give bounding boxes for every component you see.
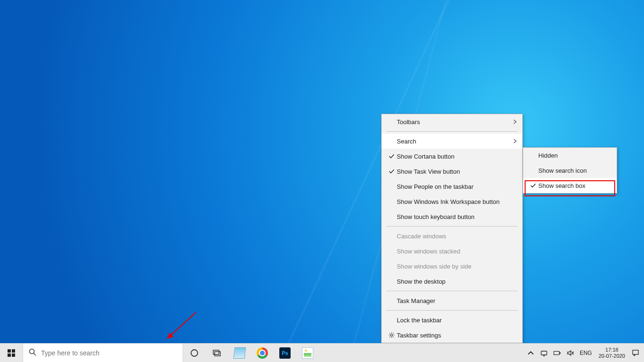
chevron-right-icon xyxy=(513,118,518,126)
menu-windows-stacked: Show windows stacked xyxy=(382,244,522,259)
menu-side-by-side-label: Show windows side by side xyxy=(397,263,518,270)
menu-task-manager[interactable]: Task Manager xyxy=(382,293,522,308)
menu-separator xyxy=(386,291,518,291)
tray-network-button[interactable] xyxy=(537,344,551,362)
menu-lock-taskbar[interactable]: Lock the taskbar xyxy=(382,312,522,328)
taskbar-app-photos[interactable] xyxy=(296,344,319,362)
search-icon xyxy=(29,348,36,358)
svg-point-5 xyxy=(30,349,34,354)
cortana-button[interactable] xyxy=(183,344,206,362)
task-view-button[interactable] xyxy=(206,344,228,362)
menu-show-task-view-label: Show Task View button xyxy=(397,168,518,175)
checkmark-icon xyxy=(528,182,538,189)
system-tray: ENG 17:18 20-07-2020 xyxy=(524,344,644,362)
menu-separator xyxy=(386,131,518,132)
taskbar-app-notepad[interactable] xyxy=(228,344,251,362)
menu-show-cortana-label: Show Cortana button xyxy=(397,153,518,160)
annotation-arrow xyxy=(163,310,201,343)
menu-cascade-windows: Cascade windows xyxy=(382,228,522,244)
menu-search[interactable]: Search xyxy=(382,134,522,149)
submenu-hidden[interactable]: Hidden xyxy=(523,148,617,163)
tray-language-label: ENG xyxy=(580,350,592,356)
svg-rect-3 xyxy=(8,354,11,357)
menu-show-people-label: Show People on the taskbar xyxy=(397,183,518,190)
svg-rect-12 xyxy=(554,351,560,354)
notepad-icon xyxy=(234,347,246,359)
svg-rect-16 xyxy=(633,350,638,354)
menu-show-desktop[interactable]: Show the desktop xyxy=(382,274,522,289)
svg-rect-8 xyxy=(213,350,219,354)
chevron-up-icon xyxy=(527,349,535,357)
submenu-hidden-label: Hidden xyxy=(538,152,612,159)
menu-search-label: Search xyxy=(397,138,513,145)
menu-separator xyxy=(386,226,518,227)
menu-separator xyxy=(386,310,518,311)
svg-rect-4 xyxy=(12,354,15,357)
tray-battery-button[interactable] xyxy=(551,344,564,362)
cortana-icon xyxy=(190,349,199,357)
menu-show-people[interactable]: Show People on the taskbar xyxy=(382,179,522,194)
submenu-show-search-icon[interactable]: Show search icon xyxy=(523,163,617,178)
search-box[interactable] xyxy=(23,344,183,362)
start-button[interactable] xyxy=(0,344,23,362)
desktop-wallpaper[interactable]: Toolbars Search Show Cortana button Show… xyxy=(0,0,644,362)
menu-show-ink[interactable]: Show Windows Ink Workspace button xyxy=(382,194,522,209)
menu-show-touch-keyboard[interactable]: Show touch keyboard button xyxy=(382,209,522,224)
submenu-show-box-label: Show search box xyxy=(538,182,612,189)
svg-point-7 xyxy=(191,350,198,356)
menu-taskbar-settings[interactable]: Taskbar settings xyxy=(382,328,522,343)
checkmark-icon xyxy=(386,168,397,175)
volume-mute-icon xyxy=(567,349,574,357)
chevron-right-icon xyxy=(513,138,518,145)
photoshop-icon: Ps xyxy=(279,347,291,359)
menu-cascade-label: Cascade windows xyxy=(397,233,518,240)
taskbar-app-chrome[interactable] xyxy=(251,344,274,362)
taskbar-left-group: Ps xyxy=(0,344,319,362)
action-center-icon xyxy=(632,349,639,357)
svg-rect-2 xyxy=(12,349,15,353)
submenu-show-icon-label: Show search icon xyxy=(538,167,612,174)
menu-show-touch-kb-label: Show touch keyboard button xyxy=(397,213,518,220)
svg-line-0 xyxy=(167,312,196,338)
battery-icon xyxy=(553,349,561,357)
svg-rect-13 xyxy=(560,352,560,354)
menu-show-desktop-label: Show the desktop xyxy=(397,278,518,285)
menu-windows-side-by-side: Show windows side by side xyxy=(382,259,522,274)
tray-volume-button[interactable] xyxy=(564,344,577,362)
menu-show-task-view[interactable]: Show Task View button xyxy=(382,164,522,179)
chrome-icon xyxy=(257,347,268,359)
photos-icon xyxy=(302,347,313,359)
menu-show-cortana[interactable]: Show Cortana button xyxy=(382,149,522,164)
checkmark-icon xyxy=(386,153,397,160)
tray-overflow-button[interactable] xyxy=(524,344,537,362)
svg-line-6 xyxy=(34,354,36,356)
menu-toolbars[interactable]: Toolbars xyxy=(382,114,522,129)
network-icon xyxy=(540,349,548,357)
action-center-button[interactable] xyxy=(629,344,642,362)
task-view-icon xyxy=(212,349,222,357)
menu-taskbar-settings-label: Taskbar settings xyxy=(397,332,518,339)
menu-show-ink-label: Show Windows Ink Workspace button xyxy=(397,198,518,205)
svg-rect-9 xyxy=(215,352,220,356)
search-input[interactable] xyxy=(41,349,177,357)
menu-toolbars-label: Toolbars xyxy=(397,118,513,126)
menu-task-manager-label: Task Manager xyxy=(397,297,518,304)
windows-logo-icon xyxy=(8,349,15,357)
menu-stacked-label: Show windows stacked xyxy=(397,248,518,255)
svg-rect-1 xyxy=(8,349,11,353)
tray-time-label: 17:18 xyxy=(605,347,619,353)
gear-icon xyxy=(386,332,397,338)
taskbar[interactable]: Ps ENG 17:18 20-07-202 xyxy=(0,343,644,362)
search-submenu: Hidden Show search icon Show search box xyxy=(523,147,617,194)
svg-rect-10 xyxy=(541,351,547,355)
taskbar-app-photoshop[interactable]: Ps xyxy=(274,344,296,362)
submenu-show-search-box[interactable]: Show search box xyxy=(523,178,617,193)
tray-clock[interactable]: 17:18 20-07-2020 xyxy=(595,344,629,362)
taskbar-context-menu: Toolbars Search Show Cortana button Show… xyxy=(381,114,523,343)
tray-date-label: 20-07-2020 xyxy=(599,353,625,359)
tray-language-button[interactable]: ENG xyxy=(577,344,595,362)
menu-lock-taskbar-label: Lock the taskbar xyxy=(397,317,518,324)
